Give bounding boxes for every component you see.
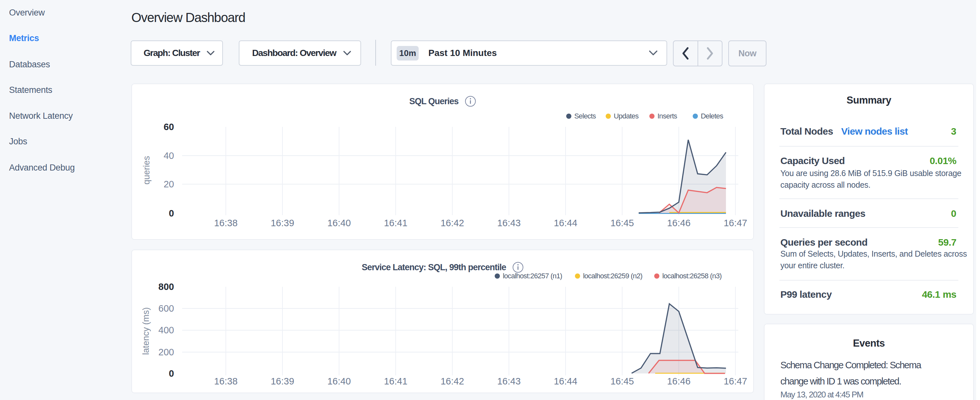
svg-text:16:47: 16:47 [724, 218, 748, 228]
svg-text:16:38: 16:38 [214, 376, 238, 386]
svg-text:16:45: 16:45 [611, 376, 634, 386]
svg-text:16:39: 16:39 [271, 218, 294, 228]
svg-text:16:40: 16:40 [328, 218, 351, 228]
svg-text:16:47: 16:47 [724, 376, 748, 386]
svg-text:16:38: 16:38 [214, 218, 238, 228]
svg-text:16:42: 16:42 [441, 376, 464, 386]
svg-text:16:44: 16:44 [554, 376, 578, 386]
svg-text:800: 800 [159, 282, 174, 292]
svg-text:40: 40 [164, 150, 174, 161]
svg-text:16:43: 16:43 [497, 218, 521, 228]
svg-text:16:42: 16:42 [441, 218, 464, 228]
svg-text:600: 600 [159, 303, 174, 314]
svg-text:16:44: 16:44 [554, 218, 578, 228]
svg-text:16:40: 16:40 [328, 376, 351, 386]
svg-text:16:43: 16:43 [497, 376, 521, 386]
svg-text:60: 60 [164, 122, 174, 132]
svg-text:0: 0 [169, 208, 174, 218]
svg-text:16:46: 16:46 [667, 218, 691, 228]
svg-text:400: 400 [159, 325, 174, 335]
svg-text:16:39: 16:39 [271, 376, 294, 386]
svg-text:200: 200 [159, 347, 174, 357]
svg-text:queries: queries [142, 156, 151, 185]
svg-text:16:46: 16:46 [667, 376, 691, 386]
svg-text:16:41: 16:41 [384, 218, 408, 228]
svg-text:latency (ms): latency (ms) [141, 307, 151, 355]
svg-text:16:45: 16:45 [611, 218, 634, 228]
svg-text:20: 20 [164, 179, 174, 189]
svg-text:16:41: 16:41 [384, 376, 408, 386]
svg-text:0: 0 [169, 368, 174, 379]
